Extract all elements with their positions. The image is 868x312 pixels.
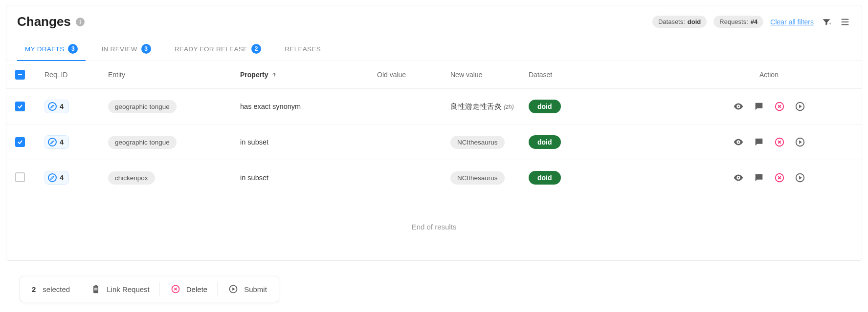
link-request-button[interactable]: Link Request — [80, 281, 159, 297]
sort-asc-icon — [271, 72, 277, 78]
link-request-label: Link Request — [107, 285, 150, 293]
play-circle-icon[interactable] — [794, 136, 806, 148]
page-title: Changes — [17, 14, 71, 29]
table-row: 4geographic tonguein subsetNCIthesaurusd… — [6, 125, 862, 160]
new-value-lang: (zh) — [504, 104, 514, 110]
view-icon[interactable] — [733, 101, 744, 112]
reject-icon[interactable] — [774, 136, 785, 148]
col-action: Action — [685, 71, 853, 79]
pencil-icon — [48, 138, 57, 146]
row-actions — [685, 101, 853, 112]
request-id-value: 4 — [60, 174, 64, 182]
new-value-tag[interactable]: NCIthesaurus — [450, 171, 505, 185]
clear-filters-link[interactable]: Clear all filters — [770, 18, 814, 26]
dataset-pill[interactable]: doid — [529, 100, 561, 113]
table-header: Req. ID Entity Property Old value New va… — [6, 61, 862, 89]
filter-icon[interactable]: + — [821, 16, 832, 28]
row-actions — [685, 136, 853, 148]
property-cell: in subset — [240, 138, 377, 146]
tab-badge: 3 — [141, 44, 151, 54]
svg-marker-25 — [232, 288, 235, 291]
tab-label: RELEASES — [285, 45, 321, 53]
col-old-value[interactable]: Old value — [377, 71, 450, 79]
play-circle-icon[interactable] — [794, 101, 806, 112]
request-id-pill[interactable]: 4 — [45, 135, 69, 149]
pencil-icon — [48, 173, 57, 182]
request-id-value: 4 — [60, 103, 64, 110]
select-all-checkbox[interactable] — [15, 70, 25, 80]
filter-chip-value: #4 — [751, 18, 757, 25]
row-checkbox[interactable] — [15, 172, 25, 182]
row-actions — [685, 172, 853, 184]
svg-marker-15 — [799, 140, 802, 144]
delete-button[interactable]: Delete — [160, 281, 217, 297]
view-icon[interactable] — [733, 136, 744, 148]
tab-label: IN REVIEW — [101, 45, 137, 53]
reject-icon[interactable] — [774, 172, 785, 184]
delete-icon — [170, 283, 181, 295]
col-new-value[interactable]: New value — [450, 71, 529, 79]
view-icon[interactable] — [733, 172, 744, 184]
end-of-results: End of results — [6, 195, 862, 260]
col-entity[interactable]: Entity — [108, 71, 240, 79]
reject-icon[interactable] — [774, 101, 785, 112]
table-row: 4chickenpoxin subsetNCIthesaurusdoid — [6, 160, 862, 195]
tab-in-review[interactable]: IN REVIEW 3 — [99, 39, 153, 61]
col-property-label: Property — [240, 71, 268, 79]
row-checkbox[interactable] — [15, 102, 25, 111]
filter-chip-datasets[interactable]: Datasets: doid — [652, 16, 707, 28]
tab-my-drafts[interactable]: MY DRAFTS 3 — [23, 39, 80, 61]
submit-label: Submit — [244, 285, 267, 293]
new-value-cell: 良性游走性舌炎(zh) — [450, 102, 529, 111]
new-value-cell: NCIthesaurus — [450, 136, 529, 149]
col-req-id[interactable]: Req. ID — [45, 71, 108, 79]
pencil-icon — [48, 102, 57, 111]
comment-icon[interactable] — [753, 172, 765, 184]
tab-releases[interactable]: RELEASES — [283, 39, 323, 61]
comment-icon[interactable] — [753, 101, 765, 112]
col-dataset[interactable]: Dataset — [529, 71, 685, 79]
request-id-pill[interactable]: 4 — [45, 100, 69, 113]
svg-text:+: + — [829, 21, 831, 26]
tabs: MY DRAFTS 3 IN REVIEW 3 READY FOR RELEAS… — [6, 32, 862, 61]
svg-marker-10 — [799, 104, 802, 108]
entity-tag[interactable]: chickenpox — [108, 171, 155, 185]
header-controls: Datasets: doid Requests: #4 Clear all fi… — [652, 16, 851, 28]
svg-marker-20 — [799, 176, 802, 179]
dataset-pill[interactable]: doid — [529, 135, 561, 149]
new-value-text: 良性游走性舌炎 — [450, 103, 502, 110]
changes-card: Changes i Datasets: doid Requests: #4 Cl… — [6, 5, 862, 261]
tab-label: READY FOR RELEASE — [175, 45, 248, 53]
table-row: 4geographic tonguehas exact synonym良性游走性… — [6, 89, 862, 125]
entity-tag[interactable]: geographic tongue — [108, 100, 177, 113]
bulk-action-bar: 2 selected Link Request Delete Submit — [20, 276, 279, 302]
card-header: Changes i Datasets: doid Requests: #4 Cl… — [6, 5, 862, 29]
request-id-pill[interactable]: 4 — [45, 171, 69, 185]
tab-label: MY DRAFTS — [25, 45, 64, 53]
new-value-cell: NCIthesaurus — [450, 171, 529, 185]
filter-chip-label: Datasets: — [658, 18, 685, 25]
filter-chip-value: doid — [688, 18, 701, 25]
property-cell: has exact synonym — [240, 103, 377, 110]
dataset-pill[interactable]: doid — [529, 171, 561, 185]
filter-chip-label: Requests: — [719, 18, 748, 25]
play-circle-icon[interactable] — [794, 172, 806, 184]
submit-button[interactable]: Submit — [218, 281, 277, 297]
request-id-value: 4 — [60, 138, 64, 146]
filter-chip-requests[interactable]: Requests: #4 — [713, 16, 763, 28]
comment-icon[interactable] — [753, 136, 765, 148]
property-cell: in subset — [240, 174, 377, 182]
play-circle-icon — [227, 283, 239, 295]
info-icon[interactable]: i — [76, 18, 85, 26]
col-property[interactable]: Property — [240, 71, 377, 79]
tab-ready-for-release[interactable]: READY FOR RELEASE 2 — [173, 39, 264, 61]
clipboard-icon — [90, 283, 102, 295]
entity-tag[interactable]: geographic tongue — [108, 136, 177, 149]
tab-badge: 2 — [251, 44, 261, 54]
delete-label: Delete — [186, 285, 207, 293]
selection-count: 2 selected — [22, 283, 80, 295]
row-checkbox[interactable] — [15, 137, 25, 147]
new-value-tag[interactable]: NCIthesaurus — [450, 136, 505, 149]
selection-count-number: 2 — [32, 285, 36, 293]
hamburger-menu-icon[interactable] — [839, 16, 851, 28]
